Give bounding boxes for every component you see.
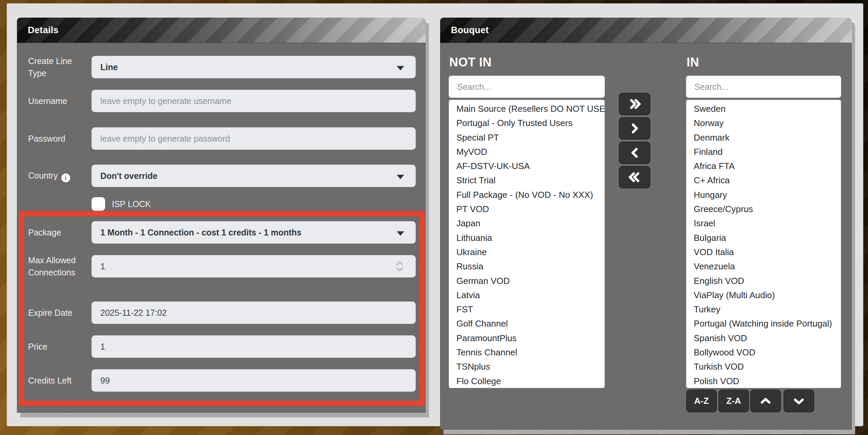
username-row: Username — [28, 90, 416, 112]
move-up-button[interactable] — [750, 390, 781, 412]
list-item[interactable]: Africa FTA — [686, 159, 841, 173]
package-select[interactable]: 1 Month - 1 Connection - cost 1 credits … — [92, 221, 416, 244]
list-item[interactable]: Finland — [686, 145, 841, 159]
list-item[interactable]: Turkey — [686, 302, 841, 316]
list-item[interactable]: Golf Channel — [449, 316, 605, 331]
list-item[interactable]: Hungary — [686, 188, 841, 202]
list-item[interactable]: Israel — [686, 216, 841, 230]
list-item[interactable]: Norway — [686, 116, 841, 130]
isp-lock-checkbox[interactable] — [92, 197, 105, 211]
details-panel-title: Details — [17, 25, 59, 36]
list-item[interactable]: Russia — [449, 259, 605, 273]
list-item[interactable]: PT VOD — [449, 202, 605, 216]
list-item[interactable]: ParamountPlus — [449, 331, 605, 345]
list-item[interactable]: Strict Trial — [449, 173, 605, 187]
list-item[interactable]: Flo College — [449, 374, 605, 388]
list-item[interactable]: Venezuela — [686, 259, 841, 273]
list-item[interactable]: Portugal (Watching inside Portugal) — [686, 316, 841, 331]
expire-date-row: Expire Date — [28, 302, 416, 324]
bouquet-panel-body: NOT IN Main Source (Resellers DO NOT USE… — [440, 43, 852, 430]
create-line-type-row: Create Line Type Line — [28, 56, 416, 78]
chevron-right-icon — [630, 122, 640, 134]
country-row: Countryi Don't override — [28, 165, 416, 187]
move-right-button[interactable] — [619, 117, 650, 140]
in-heading: IN — [687, 55, 699, 69]
list-item[interactable]: Japan — [449, 216, 605, 230]
number-spinner-icon[interactable] — [395, 260, 404, 272]
package-row: Package 1 Month - 1 Connection - cost 1 … — [28, 221, 416, 244]
package-label: Package — [28, 226, 90, 239]
chevron-left-icon — [630, 147, 640, 159]
create-line-type-value: Line — [100, 62, 118, 72]
sort-za-button[interactable]: Z-A — [718, 390, 749, 412]
username-input[interactable] — [92, 90, 416, 112]
list-item[interactable]: Bollywood VOD — [686, 345, 841, 359]
max-allowed-connections-label: Max Allowed Connections — [28, 254, 90, 278]
country-select[interactable]: Don't override — [92, 165, 416, 187]
max-allowed-connections-input[interactable] — [100, 262, 407, 271]
list-item[interactable]: Polish VOD — [686, 374, 841, 388]
password-input[interactable] — [92, 127, 416, 150]
details-panel-header: Details — [17, 18, 426, 43]
move-down-button[interactable] — [784, 390, 814, 412]
credits-left-row: Credits Left — [28, 369, 416, 392]
list-item[interactable]: FST — [449, 302, 605, 316]
isp-lock-row: ISP LOCK — [92, 197, 151, 211]
price-label: Price — [28, 340, 90, 353]
chevron-down-icon — [793, 397, 805, 406]
password-row: Password — [28, 127, 416, 150]
list-item[interactable]: AF-DSTV-UK-USA — [449, 159, 605, 173]
double-chevron-right-icon — [627, 98, 642, 110]
username-label: Username — [28, 95, 90, 107]
list-item[interactable]: Sweden — [686, 102, 841, 116]
move-all-right-button[interactable] — [619, 93, 650, 115]
list-item[interactable]: English VOD — [686, 274, 841, 288]
list-item[interactable]: German VOD — [449, 274, 605, 288]
move-left-button[interactable] — [619, 142, 650, 164]
max-allowed-connections-row: Max Allowed Connections — [28, 255, 416, 277]
in-search-input[interactable] — [686, 76, 841, 98]
list-item[interactable]: Main Source (Resellers DO NOT USE!) — [449, 102, 605, 116]
transfer-buttons — [619, 93, 650, 190]
create-line-type-select[interactable]: Line — [92, 56, 416, 78]
credits-left-input[interactable] — [92, 369, 416, 392]
list-item[interactable]: Portugal - Only Trusted Users — [449, 116, 605, 130]
list-item[interactable]: Greece/Cyprus — [686, 202, 841, 216]
list-item[interactable]: VOD Italia — [686, 245, 841, 259]
list-item[interactable]: Denmark — [686, 130, 841, 145]
details-panel-body: Create Line Type Line Username Password … — [17, 43, 426, 413]
list-item[interactable]: Lithuania — [449, 231, 605, 245]
list-item[interactable]: Special PT — [449, 130, 605, 145]
bouquet-panel-header: Bouquet — [440, 18, 852, 43]
max-allowed-connections-stepper[interactable] — [92, 255, 416, 277]
isp-lock-label: ISP LOCK — [112, 199, 151, 209]
list-item[interactable]: Turkish VOD — [686, 359, 841, 374]
password-label: Password — [28, 132, 90, 145]
list-item[interactable]: Spanish VOD — [686, 331, 841, 345]
price-row: Price — [28, 335, 416, 358]
list-item[interactable]: Latvia — [449, 288, 605, 302]
move-all-left-button[interactable] — [619, 166, 650, 188]
in-column: IN SwedenNorwayDenmarkFinlandAfrica FTAC… — [686, 43, 841, 429]
package-value: 1 Month - 1 Connection - cost 1 credits … — [100, 228, 301, 237]
country-label: Countryi — [28, 169, 90, 182]
list-item[interactable]: Ukraine — [449, 245, 605, 259]
not-in-column: NOT IN Main Source (Resellers DO NOT USE… — [449, 43, 605, 429]
in-list[interactable]: SwedenNorwayDenmarkFinlandAfrica FTAC+ A… — [686, 100, 841, 388]
list-item[interactable]: Tennis Channel — [449, 345, 605, 359]
list-item[interactable]: TSNplus — [449, 359, 605, 374]
list-item[interactable]: Full Package - (No VOD - No XXX) — [449, 188, 605, 202]
list-item[interactable]: MyVOD — [449, 145, 605, 159]
chevron-down-icon — [397, 175, 404, 179]
list-item[interactable]: C+ Africa — [686, 173, 841, 187]
not-in-search-input[interactable] — [449, 76, 605, 98]
info-icon[interactable]: i — [61, 173, 70, 182]
expire-date-input[interactable] — [92, 302, 416, 324]
sort-az-button[interactable]: A-Z — [686, 390, 717, 412]
list-item[interactable]: Bulgaria — [686, 231, 841, 245]
not-in-list[interactable]: Main Source (Resellers DO NOT USE!)Portu… — [449, 100, 605, 388]
list-item[interactable]: ViaPlay (Multi Audio) — [686, 288, 841, 302]
chevron-up-icon — [760, 397, 772, 406]
bouquet-panel-title: Bouquet — [440, 25, 489, 36]
price-input[interactable] — [92, 335, 416, 358]
